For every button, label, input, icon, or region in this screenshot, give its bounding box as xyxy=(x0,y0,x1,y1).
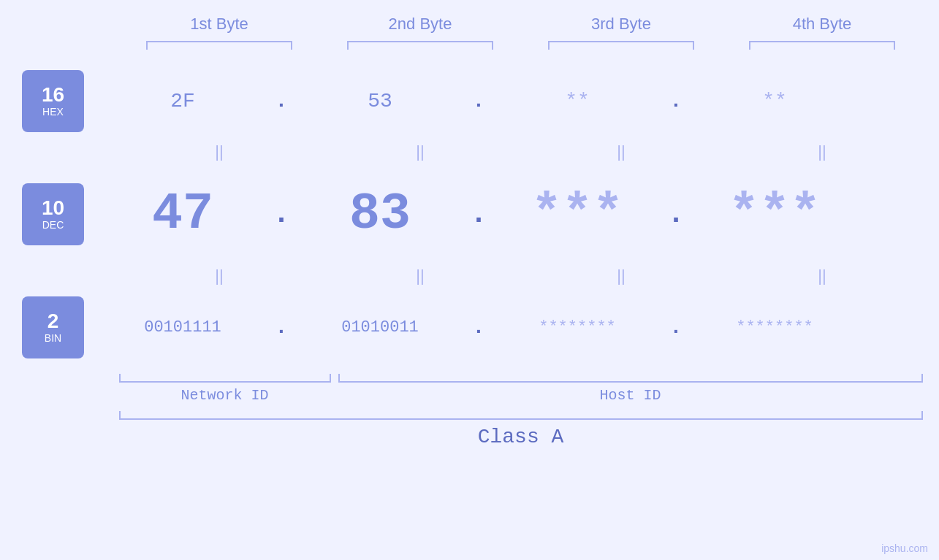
hex-sep1-cell: . xyxy=(267,90,296,112)
bin-byte2-cell: 01010011 xyxy=(296,318,464,337)
dec-byte2: 83 xyxy=(307,185,453,243)
eq1-b4: || xyxy=(749,142,895,161)
hex-byte4: ** xyxy=(702,90,848,112)
byte4-header: 4th Byte xyxy=(742,15,902,34)
dec-sep2: . xyxy=(470,198,487,231)
dec-badge-label: DEC xyxy=(42,219,64,231)
hex-byte3: ** xyxy=(504,90,650,112)
bin-byte2: 01010011 xyxy=(307,318,453,337)
bin-byte4-cell: ******** xyxy=(691,318,859,337)
dec-byte1: 47 xyxy=(110,185,256,243)
bin-badge: 2 BIN xyxy=(22,296,84,358)
dec-badge: 10 DEC xyxy=(22,183,84,245)
hex-byte1-cell: 2F xyxy=(99,90,267,112)
top-bracket-row xyxy=(119,41,923,50)
id-bracket-row xyxy=(119,371,923,383)
dec-byte4: *** xyxy=(702,185,848,243)
dec-byte3-cell: *** xyxy=(493,185,661,243)
dec-byte4-cell: *** xyxy=(691,185,859,243)
host-id-label: Host ID xyxy=(338,387,923,404)
hex-byte3-cell: ** xyxy=(493,90,661,112)
hex-badge-number: 16 xyxy=(42,84,64,107)
dec-values: 47 . 83 . *** . *** xyxy=(84,185,939,243)
hex-row: 16 HEX 2F . 53 . ** . ** xyxy=(0,64,939,137)
byte1-bracket xyxy=(146,41,292,50)
hex-byte1: 2F xyxy=(110,90,256,112)
hex-badge: 16 HEX xyxy=(22,70,84,132)
byte3-bracket xyxy=(548,41,694,50)
id-labels: Network ID Host ID xyxy=(119,387,923,404)
hex-byte2-cell: 53 xyxy=(296,90,464,112)
bin-byte1-cell: 00101111 xyxy=(99,318,267,337)
byte3-header: 3rd Byte xyxy=(541,15,702,34)
id-section: Network ID Host ID xyxy=(119,371,923,404)
bin-sep3: . xyxy=(670,316,683,339)
dec-byte1-cell: 47 xyxy=(99,185,267,243)
bin-sep3-cell: . xyxy=(661,316,691,339)
bin-sep2: . xyxy=(473,316,485,339)
dec-byte3: *** xyxy=(504,185,650,243)
bin-sep1: . xyxy=(275,316,288,339)
hex-values: 2F . 53 . ** . ** xyxy=(84,90,939,112)
main-container: 1st Byte 2nd Byte 3rd Byte 4th Byte 16 H… xyxy=(0,0,939,560)
eq2-b4: || xyxy=(749,266,895,285)
hex-sep1: . xyxy=(275,90,288,112)
eq2-b2: || xyxy=(347,266,493,285)
dec-sep1-cell: . xyxy=(267,198,296,231)
eq2-b1: || xyxy=(146,266,292,285)
byte1-header: 1st Byte xyxy=(139,15,300,34)
eq1-b2: || xyxy=(347,142,493,161)
equals-row-2: || || || || xyxy=(119,261,923,291)
bin-byte3: ******** xyxy=(504,318,650,337)
bin-sep2-cell: . xyxy=(464,316,493,339)
bin-byte4: ******** xyxy=(702,318,848,337)
bin-byte1: 00101111 xyxy=(110,318,256,337)
byte2-header: 2nd Byte xyxy=(340,15,501,34)
equals-row-1: || || || || xyxy=(119,137,923,166)
bin-badge-label: BIN xyxy=(45,332,61,344)
bin-badge-number: 2 xyxy=(47,310,59,333)
hex-sep2: . xyxy=(473,90,485,112)
dec-badge-number: 10 xyxy=(42,197,64,220)
bin-values: 00101111 . 01010011 . ******** . *******… xyxy=(84,316,939,339)
bin-byte3-cell: ******** xyxy=(493,318,661,337)
dec-sep3: . xyxy=(667,198,685,231)
network-id-bracket xyxy=(119,374,331,383)
eq1-b3: || xyxy=(548,142,694,161)
dec-byte2-cell: 83 xyxy=(296,185,464,243)
bin-row: 2 BIN 00101111 . 01010011 . ******** . xyxy=(0,291,939,364)
byte4-bracket xyxy=(749,41,895,50)
eq1-b1: || xyxy=(146,142,292,161)
eq2-b3: || xyxy=(548,266,694,285)
dec-sep3-cell: . xyxy=(661,198,691,231)
class-label: Class A xyxy=(119,420,923,454)
dec-sep1: . xyxy=(273,198,290,231)
hex-badge-label: HEX xyxy=(42,106,64,118)
bin-sep1-cell: . xyxy=(267,316,296,339)
watermark: ipshu.com xyxy=(881,542,928,554)
network-id-label: Network ID xyxy=(119,387,331,404)
dec-row: 10 DEC 47 . 83 . *** . *** xyxy=(0,166,939,261)
hex-sep3-cell: . xyxy=(661,90,691,112)
hex-byte4-cell: ** xyxy=(691,90,859,112)
byte2-bracket xyxy=(347,41,493,50)
class-bracket xyxy=(119,411,923,420)
byte-headers: 1st Byte 2nd Byte 3rd Byte 4th Byte xyxy=(119,15,923,34)
class-section: Class A xyxy=(119,411,923,454)
dec-sep2-cell: . xyxy=(464,198,493,231)
hex-byte2: 53 xyxy=(307,90,453,112)
hex-sep3: . xyxy=(670,90,683,112)
host-id-bracket xyxy=(338,374,923,383)
hex-sep2-cell: . xyxy=(464,90,493,112)
